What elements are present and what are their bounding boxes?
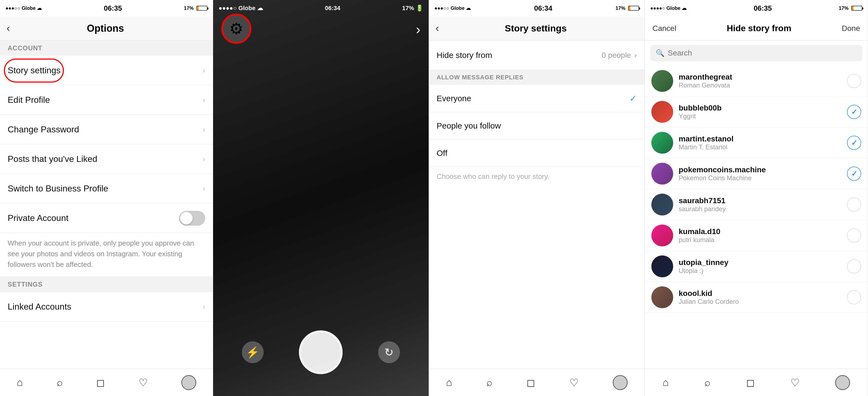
home-icon-4[interactable]: ⌂ — [662, 376, 669, 388]
posts-liked-label: Posts that you've Liked — [8, 154, 97, 164]
user-avatar-2 — [651, 132, 673, 154]
search-icon-3[interactable]: ⌕ — [486, 376, 493, 388]
user-item-5[interactable]: kumala.d10putri kumala — [645, 220, 868, 251]
user-item-4[interactable]: saurabh7151saurabh pandey — [645, 189, 868, 220]
private-account-toggle-wrapper: Private Account — [0, 203, 213, 233]
user-info-2: martint.estanolMartin T. Estanol — [679, 135, 841, 151]
camera-icon-1[interactable]: ◻ — [96, 376, 105, 389]
camera-icon-3[interactable]: ◻ — [526, 376, 535, 389]
hide-story-label: Hide story from — [437, 51, 492, 60]
heart-icon-3[interactable]: ♡ — [569, 376, 579, 389]
camera-time: 06:34 — [325, 5, 340, 12]
switch-business-item[interactable]: Switch to Business Profile › — [0, 174, 213, 203]
search-icon-bottom-4[interactable]: ⌕ — [704, 376, 711, 388]
realname-3: Pokemon Coins Machine — [679, 174, 841, 182]
status-bar-3: ●●●○○ Globe ☁ 06:34 17% — [429, 0, 645, 17]
reply-follow-option[interactable]: People you follow — [429, 112, 645, 139]
linked-accounts-item[interactable]: Linked Accounts › — [0, 292, 213, 321]
settings-section-label: SETTINGS — [0, 277, 213, 292]
check-circle-6[interactable] — [847, 259, 861, 274]
check-circle-2[interactable] — [847, 136, 861, 150]
time-1: 06:35 — [104, 4, 122, 12]
home-icon-3[interactable]: ⌂ — [446, 376, 452, 388]
private-account-description: When your account is private, only peopl… — [0, 233, 213, 277]
hide-story-chevron: › — [634, 51, 637, 60]
shutter-button[interactable] — [299, 330, 343, 374]
reply-everyone-label: Everyone — [437, 94, 471, 103]
story-settings-panel: ●●●○○ Globe ☁ 06:34 17% ‹ Story settings… — [429, 0, 645, 396]
profile-avatar-4[interactable] — [835, 375, 850, 390]
check-circle-4[interactable] — [847, 197, 861, 212]
camera-arrow-right[interactable]: › — [416, 21, 421, 37]
story-settings-item[interactable]: Story settings › — [0, 56, 213, 85]
user-item-7[interactable]: koool.kidJulian Carlo Cordero — [645, 282, 868, 313]
user-item-2[interactable]: martint.estanolMartin T. Estanol — [645, 128, 868, 158]
signal-dots: ●●●○○ Globe ☁ — [5, 5, 42, 11]
edit-profile-item[interactable]: Edit Profile › — [0, 85, 213, 115]
user-search-bar: 🔍 — [650, 45, 862, 61]
change-password-chevron: › — [203, 125, 205, 134]
story-settings-header: ‹ Story settings — [429, 17, 645, 40]
hide-story-from-title: Hide story from — [727, 23, 791, 33]
check-circle-5[interactable] — [847, 228, 861, 243]
check-circle-7[interactable] — [847, 290, 861, 304]
reply-everyone-check: ✓ — [629, 93, 637, 104]
user-item-6[interactable]: utopia_tinneyUtopia :) — [645, 251, 868, 282]
profile-avatar-1[interactable] — [181, 375, 196, 390]
camera-status-bar: ●●●●○ Globe ☁ 06:34 17% 🔋 — [213, 0, 429, 17]
heart-icon-4[interactable]: ♡ — [790, 376, 800, 389]
username-0: maronthegreat — [679, 73, 841, 82]
user-item-1[interactable]: bubbleb00bYggrit — [645, 96, 868, 128]
username-3: pokemoncoins.machine — [679, 166, 841, 174]
hide-story-right: 0 people › — [601, 51, 637, 60]
back-button[interactable]: ‹ — [6, 22, 10, 34]
user-avatar-3 — [651, 163, 673, 185]
user-item-0[interactable]: maronthegreatRoman Genovata — [645, 66, 868, 96]
heart-icon-1[interactable]: ♡ — [138, 376, 148, 389]
home-icon-1[interactable]: ⌂ — [17, 376, 23, 388]
realname-7: Julian Carlo Cordero — [679, 298, 841, 306]
search-input[interactable] — [668, 49, 857, 57]
time-4: 06:35 — [753, 4, 772, 12]
check-circle-3[interactable] — [847, 167, 861, 181]
reply-off-option[interactable]: Off — [429, 139, 645, 167]
signal-dots-4: ●●●●○ Globe ☁ — [650, 5, 687, 11]
flash-button[interactable]: ⚡ — [242, 341, 264, 363]
options-header: ‹ Options — [0, 17, 213, 40]
edit-profile-label: Edit Profile — [8, 95, 50, 105]
battery-info-3: 17% — [616, 5, 639, 11]
user-avatar-0 — [651, 70, 673, 92]
battery-percent-3: 17% — [616, 5, 625, 11]
status-bar-1: ●●●○○ Globe ☁ 06:35 17% — [0, 0, 213, 17]
user-avatar-4 — [651, 194, 673, 216]
profile-avatar-3[interactable] — [613, 375, 627, 390]
user-info-5: kumala.d10putri kumala — [679, 227, 841, 244]
realname-1: Yggrit — [679, 112, 841, 120]
check-circle-1[interactable] — [847, 105, 861, 119]
linked-accounts-label: Linked Accounts — [8, 302, 71, 312]
realname-6: Utopia :) — [679, 267, 841, 275]
change-password-item[interactable]: Change Password › — [0, 115, 213, 144]
realname-4: saurabh pandey — [679, 205, 841, 213]
cancel-button[interactable]: Cancel — [652, 24, 676, 33]
story-back-button[interactable]: ‹ — [435, 22, 439, 34]
gear-button[interactable]: ⚙ — [221, 14, 251, 44]
user-item-3[interactable]: pokemoncoins.machinePokemon Coins Machin… — [645, 158, 868, 189]
allow-replies-section-label: ALLOW MESSAGE REPLIES — [429, 70, 645, 85]
user-info-1: bubbleb00bYggrit — [679, 104, 841, 120]
edit-profile-chevron: › — [203, 96, 205, 105]
hide-story-row[interactable]: Hide story from 0 people › — [429, 40, 645, 70]
reply-everyone-option[interactable]: Everyone ✓ — [429, 85, 645, 112]
camera-icon-4[interactable]: ◻ — [746, 376, 755, 389]
search-icon-1[interactable]: ⌕ — [57, 376, 63, 388]
flip-camera-button[interactable]: ↻ — [378, 341, 400, 363]
posts-liked-item[interactable]: Posts that you've Liked › — [0, 144, 213, 174]
username-5: kumala.d10 — [679, 227, 841, 236]
check-circle-0[interactable] — [847, 74, 861, 88]
camera-panel: ●●●●○ Globe ☁ 06:34 17% 🔋 ⚙ › ⚡ ↻ — [213, 0, 429, 396]
private-account-toggle[interactable] — [179, 211, 205, 226]
user-info-3: pokemoncoins.machinePokemon Coins Machin… — [679, 166, 841, 182]
user-avatar-7 — [651, 286, 673, 308]
camera-controls: ⚡ ↻ — [213, 330, 429, 374]
done-button[interactable]: Done — [842, 24, 860, 33]
